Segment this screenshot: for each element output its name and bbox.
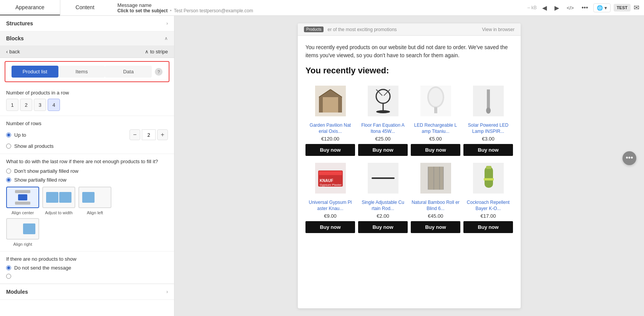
no-products-section: If there are no products to show Do not … bbox=[0, 251, 174, 284]
left-panel: Structures › Blocks ∧ ‹ back ∧ to stripe bbox=[0, 16, 174, 316]
stepper-minus[interactable]: − bbox=[129, 129, 140, 140]
forward-icon-btn[interactable]: ▶ bbox=[552, 3, 561, 13]
buy-btn-4[interactable]: Buy now bbox=[305, 221, 355, 233]
product-name-6[interactable]: Natural Bamboo Roll er Blind 6... bbox=[411, 200, 460, 212]
code-btn[interactable]: </> bbox=[564, 3, 576, 12]
rows-radio-group: Up to − 2 + Show all products bbox=[6, 129, 168, 149]
back-chevron: ‹ bbox=[6, 49, 8, 55]
email-top-bar: Products er of the most exciting promoti… bbox=[298, 23, 521, 36]
svg-rect-32 bbox=[485, 167, 493, 188]
align-left-label: Align left bbox=[87, 210, 103, 215]
product-img-4: KNAUFGypsum Plaster bbox=[307, 159, 354, 197]
num-4[interactable]: 4 bbox=[48, 99, 60, 111]
product-name-2[interactable]: LED Rechargeable L amp Titaniu... bbox=[411, 122, 460, 134]
product-card-2: LED Rechargeable L amp Titaniu... €5.00 … bbox=[411, 82, 460, 156]
message-name-label: Message name bbox=[118, 2, 515, 8]
stepper-value: 2 bbox=[142, 129, 156, 140]
promo-text: er of the most exciting promotions bbox=[327, 27, 478, 32]
buy-btn-3[interactable]: Buy now bbox=[463, 144, 513, 156]
email-container: Products er of the most exciting promoti… bbox=[298, 23, 521, 308]
blocks-section: Blocks ∧ ‹ back ∧ to stripe Product list… bbox=[0, 31, 174, 300]
num-3[interactable]: 3 bbox=[34, 99, 46, 111]
product-price-1: €25.00 bbox=[375, 136, 391, 142]
show-all-radio[interactable]: Show all products bbox=[6, 143, 168, 149]
help-icon[interactable]: ? bbox=[155, 68, 163, 76]
product-price-6: €45.00 bbox=[428, 213, 443, 219]
tab-data[interactable]: Data bbox=[105, 66, 152, 78]
tab-content[interactable]: Content bbox=[60, 0, 110, 15]
align-options: Align center Adjust to width bbox=[6, 187, 168, 215]
structures-section[interactable]: Structures › bbox=[0, 16, 174, 31]
more-btn[interactable]: ••• bbox=[579, 3, 590, 13]
svg-point-8 bbox=[376, 110, 390, 113]
partial-row-section: What to do with the last row if there ar… bbox=[0, 154, 174, 251]
message-subject[interactable]: Click to set the subject bbox=[118, 8, 168, 13]
buy-btn-0[interactable]: Buy now bbox=[305, 144, 355, 156]
align-center-label: Align center bbox=[12, 210, 34, 215]
align-left-option[interactable]: Align left bbox=[78, 187, 111, 215]
modules-chevron: › bbox=[166, 289, 168, 294]
test-btn[interactable]: TEST bbox=[614, 4, 631, 12]
product-name-1[interactable]: Floor Fan Equation A ltona 45W... bbox=[358, 122, 408, 134]
buy-btn-5[interactable]: Buy now bbox=[358, 221, 408, 233]
buy-btn-1[interactable]: Buy now bbox=[358, 144, 408, 156]
align-right-box[interactable] bbox=[6, 218, 39, 240]
back-icon-btn[interactable]: ◀ bbox=[540, 3, 549, 13]
adjust-width-label: Adjust to width bbox=[45, 210, 73, 215]
do-not-send-radio[interactable]: Do not send the message bbox=[6, 265, 168, 271]
adjust-width-option[interactable]: Adjust to width bbox=[42, 187, 75, 215]
align-center-option[interactable]: Align center bbox=[6, 187, 39, 215]
align-center-box[interactable] bbox=[6, 187, 39, 208]
buy-btn-7[interactable]: Buy now bbox=[463, 221, 513, 233]
no-products-radio2[interactable] bbox=[6, 274, 168, 279]
align-right-option[interactable]: Align right bbox=[6, 218, 39, 247]
modules-label: Modules bbox=[6, 289, 28, 295]
partial-radio-group: Don't show partially filled row Show par… bbox=[6, 168, 168, 183]
top-actions: – kB ◀ ▶ </> ••• 🌐 ▾ TEST ✉ bbox=[523, 3, 644, 13]
svg-point-17 bbox=[486, 108, 491, 114]
product-grid-row2: KNAUFGypsum Plaster Universal Gypsum Pl … bbox=[305, 159, 513, 233]
to-stripe-btn[interactable]: ∧ to stripe bbox=[145, 49, 168, 55]
floating-more-btn[interactable]: ••• bbox=[622, 151, 636, 165]
svg-rect-14 bbox=[434, 107, 437, 113]
tab-product-list[interactable]: Product list bbox=[12, 66, 58, 78]
products-in-row-setting: Number of products in a row 1 2 3 4 bbox=[0, 85, 174, 116]
product-name-7[interactable]: Cockroach Repellent Bayer K-O... bbox=[463, 200, 513, 212]
adjust-width-box[interactable] bbox=[42, 187, 75, 208]
product-name-3[interactable]: Solar Powered LED Lamp INSPIR... bbox=[463, 122, 513, 134]
svg-point-13 bbox=[429, 88, 443, 106]
svg-text:Gypsum Plaster: Gypsum Plaster bbox=[320, 183, 342, 187]
buy-btn-2[interactable]: Buy now bbox=[411, 144, 460, 156]
stepper-plus[interactable]: + bbox=[157, 129, 168, 140]
svg-rect-26 bbox=[428, 167, 443, 190]
top-bar: Appearance Content Message name Click to… bbox=[0, 0, 644, 16]
align-left-box[interactable] bbox=[78, 187, 111, 208]
show-partial-radio[interactable]: Show partially filled row bbox=[6, 177, 168, 183]
product-name-0[interactable]: Garden Pavilion Nat erial Oxis... bbox=[305, 122, 355, 134]
tab-items[interactable]: Items bbox=[58, 66, 105, 78]
view-browser-link[interactable]: View in browser bbox=[482, 27, 515, 32]
modules-section[interactable]: Modules › bbox=[0, 284, 174, 300]
svg-rect-34 bbox=[484, 178, 494, 180]
num-2[interactable]: 2 bbox=[20, 99, 32, 111]
tab-appearance[interactable]: Appearance bbox=[0, 0, 60, 15]
product-name-4[interactable]: Universal Gypsum Pl aster Knau... bbox=[305, 200, 355, 212]
globe-btn[interactable]: 🌐 ▾ bbox=[593, 3, 611, 12]
num-1[interactable]: 1 bbox=[6, 99, 18, 111]
product-card-1: Floor Fan Equation A ltona 45W... €25.00… bbox=[358, 82, 408, 156]
product-img-0 bbox=[307, 82, 354, 120]
email-body: You recently eyed products on our websit… bbox=[298, 36, 521, 244]
dont-show-radio[interactable]: Don't show partially filled row bbox=[6, 168, 168, 174]
svg-rect-24 bbox=[372, 177, 395, 179]
blocks-header[interactable]: Blocks ∧ bbox=[0, 31, 174, 46]
back-btn[interactable]: ‹ back bbox=[6, 49, 20, 55]
buy-btn-6[interactable]: Buy now bbox=[411, 221, 460, 233]
structures-label: Structures bbox=[6, 20, 33, 26]
product-name-5[interactable]: Single Adjustable Cu rtain Rod... bbox=[358, 200, 408, 212]
product-card-6: Natural Bamboo Roll er Blind 6... €45.00… bbox=[411, 159, 460, 233]
up-to-radio[interactable]: Up to bbox=[6, 132, 26, 138]
product-price-0: €120.00 bbox=[321, 136, 339, 142]
products-in-row-label: Number of products in a row bbox=[6, 90, 168, 96]
send-btn[interactable]: ✉ bbox=[634, 3, 639, 12]
product-grid-row1: Garden Pavilion Nat erial Oxis... €120.0… bbox=[305, 82, 513, 156]
